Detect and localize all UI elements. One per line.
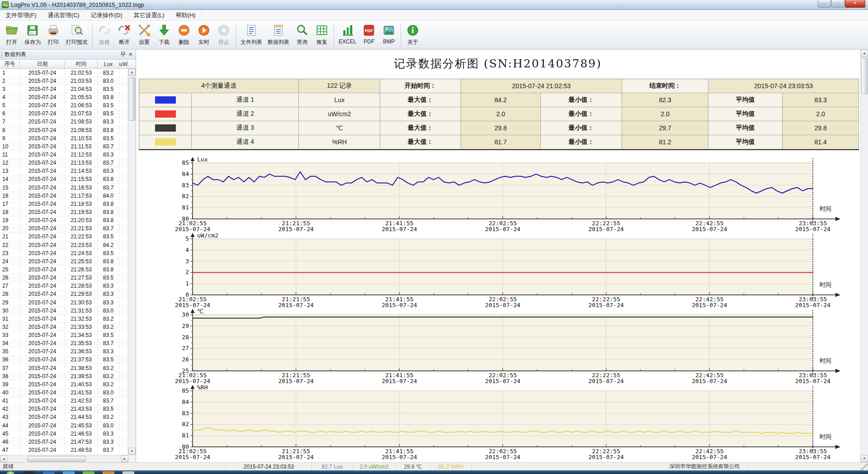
panel-grip-handle[interactable] [1, 51, 3, 58]
toolbar-button-delete[interactable]: 删除 [174, 22, 194, 47]
table-row[interactable]: 442015-07-2421:45:5383.0 [0, 422, 128, 430]
table-row[interactable]: 342015-07-2421:35:5383.7 [0, 340, 128, 348]
scroll-down-icon[interactable]: ▼ [128, 448, 136, 455]
chart-1[interactable]: 85848382818021:02:552015-07-2421:21:5520… [136, 156, 859, 232]
taskbar-item-icon[interactable] [83, 471, 94, 474]
menu-item-0[interactable]: 文件管理(F) [0, 10, 42, 20]
toolbar-button-data-list[interactable]: 数据列表 [265, 22, 292, 47]
close-button[interactable]: ✕ [845, 0, 865, 8]
scroll-up-icon[interactable]: ▲ [861, 50, 868, 57]
column-header-2[interactable]: 时间 [65, 60, 98, 68]
menu-item-2[interactable]: 记录操作(D) [85, 10, 128, 20]
scroll-right-icon[interactable]: ► [121, 455, 128, 462]
table-row[interactable]: 122015-07-2421:13:5383.7 [0, 159, 128, 167]
table-row[interactable]: 372015-07-2421:38:5383.2 [0, 364, 128, 372]
table-row[interactable]: 102015-07-2421:11:5383.7 [0, 142, 128, 151]
table-row[interactable]: 12015-07-2421:02:5383.2 [0, 69, 128, 77]
toolbar-button-folder-open[interactable]: 打开 [2, 22, 22, 47]
table-row[interactable]: 272015-07-2421:28:5383.3 [0, 282, 128, 290]
table-row[interactable]: 332015-07-2421:34:5383.5 [0, 332, 128, 340]
table-row[interactable]: 392015-07-2421:40:5383.2 [0, 380, 128, 389]
toolbar-button-file-list[interactable]: 文件列表 [238, 22, 265, 47]
chart-4[interactable]: 85848382818021:02:552015-07-2421:21:5520… [136, 384, 859, 460]
table-row[interactable]: 402015-07-2421:41:5383.0 [0, 389, 128, 397]
table-row[interactable]: 212015-07-2421:22:5383.5 [0, 233, 128, 241]
toolbar-button-save[interactable]: 保存为 [22, 22, 43, 47]
table-row[interactable]: 222015-07-2421:23:5384.2 [0, 241, 128, 249]
table-row[interactable]: 362015-07-2421:37:5383.5 [0, 356, 128, 364]
pin-icon[interactable] [119, 51, 127, 58]
table-row[interactable]: 132015-07-2421:14:5383.3 [0, 167, 128, 175]
table-row[interactable]: 172015-07-2421:18:5383.8 [0, 200, 128, 208]
table-row[interactable]: 192015-07-2421:20:5383.8 [0, 217, 128, 225]
taskbar-item-icon[interactable] [23, 471, 35, 474]
toolbar-button-search[interactable]: 查询 [292, 22, 312, 47]
table-row[interactable]: 42015-07-2421:05:5383.8 [0, 93, 128, 101]
toolbar-button-disconnect[interactable]: 断开 [114, 22, 134, 47]
table-row[interactable]: 252015-07-2421:26:5383.8 [0, 265, 128, 274]
menu-item-4[interactable]: 帮助(H) [170, 10, 202, 20]
table-row[interactable]: 112015-07-2421:12:5383.3 [0, 151, 128, 159]
menu-item-3[interactable]: 其它设置(L) [128, 10, 170, 20]
minimize-button[interactable]: — [818, 0, 831, 8]
table-row[interactable]: 422015-07-2421:43:5383.5 [0, 405, 128, 413]
table-row[interactable]: 182015-07-2421:19:5383.8 [0, 208, 128, 216]
toolbar-button-realtime[interactable]: 实时 [194, 22, 214, 47]
table-row[interactable]: 382015-07-2421:39:5383.2 [0, 372, 128, 380]
toolbar-button-settings[interactable]: 设置 [134, 22, 154, 47]
column-header-4[interactable]: uW [119, 60, 128, 68]
table-row[interactable]: 142015-07-2421:15:5383.8 [0, 175, 128, 184]
table-row[interactable]: 82015-07-2421:09:5383.8 [0, 126, 128, 134]
table-row[interactable]: 412015-07-2421:42:5383.7 [0, 397, 128, 405]
close-panel-icon[interactable]: ✕ [127, 51, 134, 58]
taskbar-item-icon[interactable] [123, 471, 134, 474]
grid-vertical-scrollbar[interactable]: ▲ ▼ [128, 69, 136, 455]
table-row[interactable]: 262015-07-2421:27:5383.5 [0, 274, 128, 282]
taskbar-item-icon[interactable] [103, 471, 114, 474]
toolbar-button-print-preview[interactable]: 打印预览 [63, 22, 90, 47]
toolbar-button-download[interactable]: 下载 [154, 22, 174, 47]
grid-horizontal-scrollbar[interactable]: ◄ ► [0, 455, 128, 462]
titlebar[interactable]: log LogPro V1.05 - H201403789_20150815_1… [0, 0, 868, 10]
resize-grip[interactable] [861, 463, 868, 470]
table-row[interactable]: 242015-07-2421:25:5383.8 [0, 257, 128, 265]
table-row[interactable]: 432015-07-2421:44:5383.2 [0, 413, 128, 422]
table-row[interactable]: 452015-07-2421:46:5383.3 [0, 430, 128, 438]
scroll-up-icon[interactable]: ▲ [128, 69, 136, 76]
table-row[interactable]: 282015-07-2421:29:5383.3 [0, 290, 128, 299]
table-row[interactable]: 292015-07-2421:30:5383.3 [0, 299, 128, 307]
table-row[interactable]: 202015-07-2421:21:5383.7 [0, 225, 128, 233]
panel-header[interactable]: 数据列表 ✕ [0, 50, 136, 60]
scroll-left-icon[interactable]: ◄ [0, 455, 7, 462]
grid-vscroll-thumb[interactable] [129, 78, 135, 121]
menu-item-1[interactable]: 通讯管理(C) [42, 10, 85, 20]
table-row[interactable]: 92015-07-2421:10:5383.5 [0, 134, 128, 142]
taskbar-item-icon[interactable] [43, 471, 55, 474]
maximize-button[interactable]: ▢ [831, 0, 844, 8]
table-row[interactable]: 312015-07-2421:32:5383.2 [0, 315, 128, 323]
toolbar-button-pdf[interactable]: PDFPDF [359, 22, 379, 46]
column-header-1[interactable]: 日期 [20, 60, 65, 68]
table-row[interactable]: 302015-07-2421:31:5383.0 [0, 307, 128, 315]
table-row[interactable]: 232015-07-2421:24:5383.5 [0, 249, 128, 257]
toolbar-button-excel[interactable]: EXCEL [336, 22, 359, 46]
main-vertical-scrollbar[interactable]: ▲ ▼ [860, 50, 868, 462]
grid-hscroll-thumb[interactable] [27, 456, 86, 462]
table-row[interactable]: 32015-07-2421:04:5383.5 [0, 85, 128, 93]
chart-2[interactable]: 54321021:02:552015-07-2421:21:552015-07-… [136, 232, 859, 308]
table-row[interactable]: 162015-07-2421:17:5384.0 [0, 192, 128, 200]
chart-3[interactable]: 30292827262521:02:552015-07-2421:21:5520… [136, 308, 859, 384]
toolbar-button-bmp[interactable]: BMP [379, 22, 399, 46]
table-row[interactable]: 72015-07-2421:08:5383.3 [0, 118, 128, 126]
toolbar-button-about[interactable]: 关于 [403, 22, 423, 47]
table-row[interactable]: 52015-07-2421:06:5383.5 [0, 102, 128, 110]
toolbar-button-print[interactable]: 打印 [43, 22, 63, 47]
scroll-down-icon[interactable]: ▼ [861, 455, 868, 462]
toolbar-button-restore[interactable]: 恢复 [312, 22, 332, 47]
table-row[interactable]: 352015-07-2421:36:5383.3 [0, 348, 128, 356]
table-row[interactable]: 462015-07-2421:47:5383.3 [0, 438, 128, 446]
table-row[interactable]: 472015-07-2421:48:5383.7 [0, 446, 128, 454]
table-row[interactable]: 322015-07-2421:33:5383.2 [0, 323, 128, 331]
start-button-icon[interactable] [6, 471, 14, 474]
column-header-0[interactable]: 序号 [0, 60, 20, 68]
